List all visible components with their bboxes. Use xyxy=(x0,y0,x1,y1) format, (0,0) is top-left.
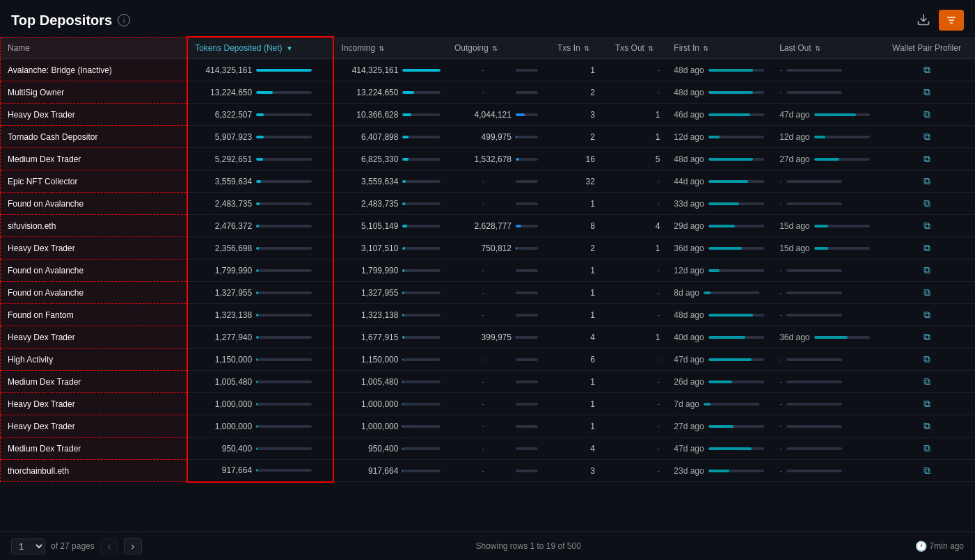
external-link-icon[interactable]: ⧉ xyxy=(924,220,930,231)
cell-firstin: 48d ago xyxy=(667,148,772,170)
cell-profiler[interactable]: ⧉ xyxy=(878,59,975,81)
cell-lastout: - xyxy=(772,193,878,215)
page-select[interactable]: 1 23456789101112131415161718192021222324… xyxy=(11,538,45,554)
external-link-icon[interactable]: ⧉ xyxy=(924,398,930,409)
page-wrapper: Top Depositors i xyxy=(0,0,975,560)
next-page-button[interactable]: › xyxy=(124,538,142,554)
cell-name: Found on Avalanche xyxy=(1,282,188,304)
cell-txsin: 1 xyxy=(545,393,602,415)
cell-deposited: 414,325,161 xyxy=(187,59,333,81)
cell-profiler[interactable]: ⧉ xyxy=(878,438,975,460)
cell-txsout: 1 xyxy=(602,126,667,148)
external-link-icon[interactable]: ⧉ xyxy=(924,175,930,186)
cell-incoming: 950,400 xyxy=(333,438,447,460)
info-icon[interactable]: i xyxy=(118,14,130,26)
cell-outgoing: 4,044,121 xyxy=(447,104,545,126)
cell-incoming: 1,005,480 xyxy=(333,371,447,393)
col-header-txsin[interactable]: Txs In ⇅ xyxy=(545,37,602,59)
cell-profiler[interactable]: ⧉ xyxy=(878,415,975,438)
external-link-icon[interactable]: ⧉ xyxy=(924,198,930,209)
external-link-icon[interactable]: ⧉ xyxy=(924,131,930,142)
cell-incoming: 1,677,915 xyxy=(333,326,447,349)
cell-txsin: 3 xyxy=(545,460,602,482)
cell-outgoing: - xyxy=(447,193,545,215)
cell-profiler[interactable]: ⧉ xyxy=(878,326,975,349)
cell-profiler[interactable]: ⧉ xyxy=(878,304,975,326)
col-header-txsout[interactable]: Txs Out ⇅ xyxy=(602,37,667,59)
table-row: Medium Dex Trader950,400950,400-4-47d ag… xyxy=(1,438,976,460)
external-link-icon[interactable]: ⧉ xyxy=(924,242,930,253)
cell-incoming: 1,150,000 xyxy=(333,349,447,371)
header: Top Depositors i xyxy=(0,0,975,36)
table-row: MultiSig Owner13,224,65013,224,650-2-48d… xyxy=(1,81,976,104)
col-header-deposited[interactable]: Tokens Deposited (Net) ▼ xyxy=(187,37,333,59)
cell-firstin: 46d ago xyxy=(667,104,772,126)
cell-profiler[interactable]: ⧉ xyxy=(878,215,975,237)
cell-profiler[interactable]: ⧉ xyxy=(878,349,975,371)
cell-lastout: 47d ago xyxy=(772,104,878,126)
depositors-table: Name Tokens Deposited (Net) ▼ Incoming ⇅… xyxy=(0,36,975,483)
external-link-icon[interactable]: ⧉ xyxy=(924,153,930,164)
cell-name: Heavy Dex Trader xyxy=(1,104,188,126)
cell-profiler[interactable]: ⧉ xyxy=(878,259,975,282)
col-header-name[interactable]: Name xyxy=(1,37,188,59)
col-header-outgoing[interactable]: Outgoing ⇅ xyxy=(447,37,545,59)
cell-profiler[interactable]: ⧉ xyxy=(878,371,975,393)
cell-profiler[interactable]: ⧉ xyxy=(878,104,975,126)
cell-profiler[interactable]: ⧉ xyxy=(878,126,975,148)
cell-profiler[interactable]: ⧉ xyxy=(878,170,975,193)
cell-profiler[interactable]: ⧉ xyxy=(878,81,975,104)
cell-incoming: 5,105,149 xyxy=(333,215,447,237)
cell-profiler[interactable]: ⧉ xyxy=(878,393,975,415)
download-icon[interactable] xyxy=(917,13,930,29)
cell-profiler[interactable]: ⧉ xyxy=(878,460,975,482)
col-header-profiler: Wallet Pair Profiler xyxy=(878,37,975,59)
cell-incoming: 10,366,628 xyxy=(333,104,447,126)
table-row: thorchainbull.eth917,664917,664-3-23d ag… xyxy=(1,460,976,482)
external-link-icon[interactable]: ⧉ xyxy=(924,353,930,365)
cell-deposited: 13,224,650 xyxy=(187,81,333,104)
cell-deposited: 5,292,651 xyxy=(187,148,333,170)
sort-arrow-txsin: ⇅ xyxy=(584,45,589,52)
footer: 1 23456789101112131415161718192021222324… xyxy=(0,531,975,560)
cell-name: Found on Avalanche xyxy=(1,193,188,215)
external-link-icon[interactable]: ⧉ xyxy=(924,86,930,97)
cell-lastout: - xyxy=(772,371,878,393)
external-link-icon[interactable]: ⧉ xyxy=(924,264,930,275)
external-link-icon[interactable]: ⧉ xyxy=(924,331,930,342)
cell-name: Found on Avalanche xyxy=(1,259,188,282)
col-header-incoming[interactable]: Incoming ⇅ xyxy=(333,37,447,59)
cell-deposited: 3,559,634 xyxy=(187,170,333,193)
cell-deposited: 2,476,372 xyxy=(187,215,333,237)
cell-txsout: - xyxy=(602,170,667,193)
external-link-icon[interactable]: ⧉ xyxy=(924,287,930,298)
cell-lastout: - xyxy=(772,460,878,482)
cell-incoming: 2,483,735 xyxy=(333,193,447,215)
cell-profiler[interactable]: ⧉ xyxy=(878,237,975,259)
table-body: Avalanche: Bridge (Inactive)414,325,1614… xyxy=(1,59,976,482)
cell-outgoing: - xyxy=(447,393,545,415)
cell-lastout: - xyxy=(772,393,878,415)
external-link-icon[interactable]: ⧉ xyxy=(924,465,930,476)
cell-profiler[interactable]: ⧉ xyxy=(878,282,975,304)
external-link-icon[interactable]: ⧉ xyxy=(924,64,930,75)
cell-lastout: - xyxy=(772,170,878,193)
filter-button[interactable] xyxy=(939,10,964,31)
cell-txsout: - xyxy=(602,438,667,460)
external-link-icon[interactable]: ⧉ xyxy=(924,442,930,454)
col-header-firstin[interactable]: First In ⇅ xyxy=(667,37,772,59)
cell-name: sifuvision.eth xyxy=(1,215,188,237)
external-link-icon[interactable]: ⧉ xyxy=(924,309,930,320)
cell-profiler[interactable]: ⧉ xyxy=(878,193,975,215)
cell-lastout: - xyxy=(772,282,878,304)
external-link-icon[interactable]: ⧉ xyxy=(924,376,930,387)
col-header-lastout[interactable]: Last Out ⇅ xyxy=(772,37,878,59)
cell-profiler[interactable]: ⧉ xyxy=(878,148,975,170)
header-right xyxy=(917,10,964,31)
prev-page-button[interactable]: ‹ xyxy=(100,538,118,554)
cell-outgoing: - xyxy=(447,304,545,326)
cell-deposited: 2,356,698 xyxy=(187,237,333,259)
clock-icon: 🕐 xyxy=(915,541,927,552)
external-link-icon[interactable]: ⧉ xyxy=(924,109,930,120)
external-link-icon[interactable]: ⧉ xyxy=(924,420,930,431)
